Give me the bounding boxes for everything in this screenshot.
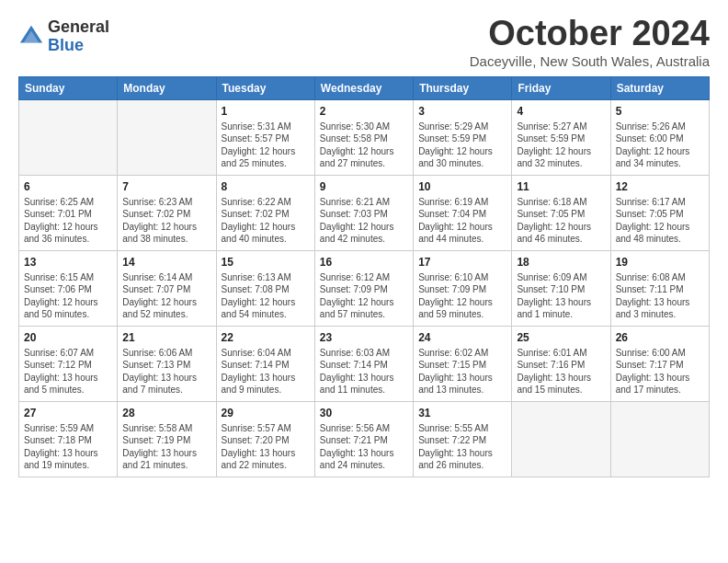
header-tuesday: Tuesday — [216, 76, 314, 99]
week-row-5: 27Sunrise: 5:59 AM Sunset: 7:18 PM Dayli… — [19, 401, 710, 477]
day-number: 4 — [517, 104, 605, 119]
day-cell: 3Sunrise: 5:29 AM Sunset: 5:59 PM Daylig… — [414, 99, 512, 175]
header-saturday: Saturday — [610, 76, 709, 99]
calendar-body: 1Sunrise: 5:31 AM Sunset: 5:57 PM Daylig… — [19, 99, 710, 477]
calendar: SundayMondayTuesdayWednesdayThursdayFrid… — [18, 76, 710, 477]
day-cell: 12Sunrise: 6:17 AM Sunset: 7:05 PM Dayli… — [610, 175, 709, 250]
day-info: Sunrise: 6:13 AM Sunset: 7:08 PM Dayligh… — [222, 271, 310, 321]
day-info: Sunrise: 5:30 AM Sunset: 5:58 PM Dayligh… — [320, 121, 408, 170]
day-number: 31 — [418, 406, 506, 420]
day-cell: 8Sunrise: 6:22 AM Sunset: 7:02 PM Daylig… — [216, 175, 314, 250]
day-number: 28 — [122, 406, 210, 420]
day-info: Sunrise: 6:19 AM Sunset: 7:04 PM Dayligh… — [418, 196, 506, 246]
day-number: 19 — [616, 255, 704, 270]
day-info: Sunrise: 6:08 AM Sunset: 7:11 PM Dayligh… — [616, 271, 704, 321]
day-info: Sunrise: 5:57 AM Sunset: 7:20 PM Dayligh… — [222, 422, 310, 472]
logo-general: General — [48, 17, 109, 36]
day-number: 8 — [222, 179, 310, 194]
day-number: 10 — [418, 179, 506, 194]
day-number: 17 — [418, 255, 506, 270]
day-info: Sunrise: 6:07 AM Sunset: 7:12 PM Dayligh… — [24, 347, 112, 396]
day-number: 16 — [320, 255, 408, 270]
day-cell: 13Sunrise: 6:15 AM Sunset: 7:06 PM Dayli… — [19, 250, 118, 326]
calendar-header: SundayMondayTuesdayWednesdayThursdayFrid… — [19, 76, 710, 99]
day-number: 26 — [616, 330, 704, 345]
day-number: 22 — [222, 330, 310, 345]
day-cell: 20Sunrise: 6:07 AM Sunset: 7:12 PM Dayli… — [19, 326, 118, 401]
day-info: Sunrise: 5:56 AM Sunset: 7:21 PM Dayligh… — [320, 422, 408, 472]
day-number: 18 — [517, 255, 605, 270]
day-number: 2 — [320, 104, 408, 119]
day-info: Sunrise: 5:26 AM Sunset: 6:00 PM Dayligh… — [616, 121, 704, 170]
day-info: Sunrise: 6:10 AM Sunset: 7:09 PM Dayligh… — [418, 271, 506, 321]
day-cell: 25Sunrise: 6:01 AM Sunset: 7:16 PM Dayli… — [512, 326, 610, 401]
day-number: 30 — [320, 406, 408, 420]
month-title: October 2024 — [470, 15, 710, 53]
day-cell: 11Sunrise: 6:18 AM Sunset: 7:05 PM Dayli… — [512, 175, 610, 250]
day-number: 7 — [122, 179, 210, 194]
day-info: Sunrise: 6:15 AM Sunset: 7:06 PM Dayligh… — [24, 271, 112, 321]
day-cell: 26Sunrise: 6:00 AM Sunset: 7:17 PM Dayli… — [610, 326, 709, 401]
logo-icon — [18, 24, 44, 50]
day-number: 14 — [122, 255, 210, 270]
day-cell: 17Sunrise: 6:10 AM Sunset: 7:09 PM Dayli… — [414, 250, 512, 326]
day-cell: 31Sunrise: 5:55 AM Sunset: 7:22 PM Dayli… — [414, 401, 512, 477]
day-info: Sunrise: 6:22 AM Sunset: 7:02 PM Dayligh… — [222, 196, 310, 246]
day-cell: 9Sunrise: 6:21 AM Sunset: 7:03 PM Daylig… — [314, 175, 413, 250]
day-info: Sunrise: 6:04 AM Sunset: 7:14 PM Dayligh… — [222, 347, 310, 396]
day-cell: 19Sunrise: 6:08 AM Sunset: 7:11 PM Dayli… — [610, 250, 709, 326]
day-cell: 18Sunrise: 6:09 AM Sunset: 7:10 PM Dayli… — [512, 250, 610, 326]
day-info: Sunrise: 6:17 AM Sunset: 7:05 PM Dayligh… — [616, 196, 704, 246]
day-info: Sunrise: 5:55 AM Sunset: 7:22 PM Dayligh… — [418, 422, 506, 472]
day-info: Sunrise: 6:09 AM Sunset: 7:10 PM Dayligh… — [517, 271, 605, 321]
day-cell: 27Sunrise: 5:59 AM Sunset: 7:18 PM Dayli… — [19, 401, 118, 477]
day-info: Sunrise: 6:06 AM Sunset: 7:13 PM Dayligh… — [122, 347, 210, 396]
header-wednesday: Wednesday — [314, 76, 413, 99]
day-number: 27 — [24, 406, 112, 420]
day-number: 20 — [24, 330, 112, 345]
day-number: 23 — [320, 330, 408, 345]
day-number: 11 — [517, 179, 605, 194]
day-cell — [610, 401, 709, 477]
day-info: Sunrise: 6:23 AM Sunset: 7:02 PM Dayligh… — [122, 196, 210, 246]
day-cell: 14Sunrise: 6:14 AM Sunset: 7:07 PM Dayli… — [118, 250, 216, 326]
day-number: 13 — [24, 255, 112, 270]
day-cell: 1Sunrise: 5:31 AM Sunset: 5:57 PM Daylig… — [216, 99, 314, 175]
day-info: Sunrise: 5:31 AM Sunset: 5:57 PM Dayligh… — [222, 121, 310, 170]
day-number: 6 — [24, 179, 112, 194]
day-info: Sunrise: 5:58 AM Sunset: 7:19 PM Dayligh… — [122, 422, 210, 472]
day-number: 5 — [616, 104, 704, 119]
day-info: Sunrise: 6:03 AM Sunset: 7:14 PM Dayligh… — [320, 347, 408, 396]
day-cell: 16Sunrise: 6:12 AM Sunset: 7:09 PM Dayli… — [314, 250, 413, 326]
header-row: SundayMondayTuesdayWednesdayThursdayFrid… — [19, 76, 710, 99]
day-cell: 6Sunrise: 6:25 AM Sunset: 7:01 PM Daylig… — [19, 175, 118, 250]
day-cell: 15Sunrise: 6:13 AM Sunset: 7:08 PM Dayli… — [216, 250, 314, 326]
day-number: 25 — [517, 330, 605, 345]
day-info: Sunrise: 6:14 AM Sunset: 7:07 PM Dayligh… — [122, 271, 210, 321]
day-info: Sunrise: 5:29 AM Sunset: 5:59 PM Dayligh… — [418, 121, 506, 170]
day-cell: 30Sunrise: 5:56 AM Sunset: 7:21 PM Dayli… — [314, 401, 413, 477]
day-info: Sunrise: 6:01 AM Sunset: 7:16 PM Dayligh… — [517, 347, 605, 396]
day-cell: 28Sunrise: 5:58 AM Sunset: 7:19 PM Dayli… — [118, 401, 216, 477]
page-header: General Blue October 2024 Daceyville, Ne… — [18, 15, 710, 69]
title-section: October 2024 Daceyville, New South Wales… — [470, 15, 710, 69]
header-friday: Friday — [512, 76, 610, 99]
day-cell: 5Sunrise: 5:26 AM Sunset: 6:00 PM Daylig… — [610, 99, 709, 175]
day-number: 12 — [616, 179, 704, 194]
week-row-3: 13Sunrise: 6:15 AM Sunset: 7:06 PM Dayli… — [19, 250, 710, 326]
day-info: Sunrise: 5:59 AM Sunset: 7:18 PM Dayligh… — [24, 422, 112, 472]
day-info: Sunrise: 6:21 AM Sunset: 7:03 PM Dayligh… — [320, 196, 408, 246]
day-cell: 10Sunrise: 6:19 AM Sunset: 7:04 PM Dayli… — [414, 175, 512, 250]
day-cell: 21Sunrise: 6:06 AM Sunset: 7:13 PM Dayli… — [118, 326, 216, 401]
logo: General Blue — [18, 18, 109, 55]
day-cell — [118, 99, 216, 175]
day-cell: 24Sunrise: 6:02 AM Sunset: 7:15 PM Dayli… — [414, 326, 512, 401]
day-number: 29 — [222, 406, 310, 420]
day-number: 24 — [418, 330, 506, 345]
day-info: Sunrise: 6:18 AM Sunset: 7:05 PM Dayligh… — [517, 196, 605, 246]
day-number: 15 — [222, 255, 310, 270]
day-cell: 23Sunrise: 6:03 AM Sunset: 7:14 PM Dayli… — [314, 326, 413, 401]
day-number: 21 — [122, 330, 210, 345]
day-cell — [19, 99, 118, 175]
day-info: Sunrise: 6:12 AM Sunset: 7:09 PM Dayligh… — [320, 271, 408, 321]
